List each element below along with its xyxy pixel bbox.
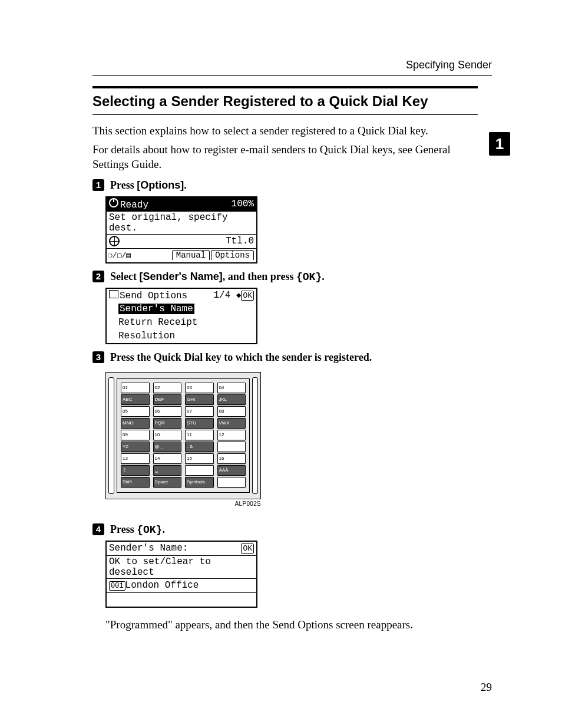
quick-dial-key[interactable]: 05 bbox=[121, 406, 150, 417]
keypad-row: YZ@._- & bbox=[121, 442, 246, 452]
ok-indicator: OK bbox=[241, 291, 254, 301]
quick-dial-key[interactable]: - & bbox=[185, 442, 214, 452]
step-4-post: . bbox=[162, 523, 165, 535]
lcd-screen-2: Send Options 1/4 ◆OK Sender's Name Retur… bbox=[105, 288, 257, 344]
lcd-screen-1: Ready 100% Set original, specify dest. T… bbox=[105, 196, 257, 263]
quick-dial-key[interactable]: 06 bbox=[153, 406, 182, 417]
quick-dial-key[interactable]: 09 bbox=[121, 430, 150, 440]
quick-dial-key[interactable]: 08 bbox=[217, 406, 246, 417]
keypad-row: 13141516 bbox=[121, 453, 246, 464]
quick-dial-key[interactable] bbox=[185, 465, 214, 476]
keypad-handle-right bbox=[252, 377, 258, 494]
lcd2-option-2[interactable]: Return Receipt bbox=[107, 316, 256, 330]
lcd2-option-1[interactable]: Sender's Name bbox=[107, 302, 256, 316]
lcd4-value: London Office bbox=[125, 580, 199, 591]
title-rule-top bbox=[92, 86, 478, 88]
quick-dial-key[interactable]: Symbols bbox=[185, 477, 214, 487]
lcd4-code: 001 bbox=[109, 581, 125, 591]
step-1: 1 Press [Options]. Ready 100% Set origin… bbox=[92, 179, 478, 263]
quick-dial-key[interactable]: 01 bbox=[121, 383, 150, 393]
step-2-text: Select [Sender's Name], and then press {… bbox=[110, 271, 325, 282]
quick-dial-key[interactable]: 12 bbox=[217, 430, 246, 440]
step-3: 3 Press the Quick Dial key to which the … bbox=[92, 351, 478, 507]
lcd1-percent: 100% bbox=[232, 199, 254, 209]
quick-dial-key[interactable] bbox=[217, 477, 246, 487]
lcd2-title-row: Send Options 1/4 ◆OK bbox=[107, 289, 256, 302]
keypad-row: ABCDEFGHIJKL bbox=[121, 394, 246, 405]
quick-dial-key[interactable]: 03 bbox=[185, 383, 214, 393]
lcd2-title: Send Options bbox=[120, 291, 187, 301]
quick-dial-key[interactable]: Space bbox=[153, 477, 182, 487]
ok-indicator: OK bbox=[241, 543, 254, 554]
tab-manual[interactable]: Manual bbox=[172, 250, 210, 260]
quick-dial-key[interactable]: ␣ bbox=[153, 465, 182, 476]
lcd4-value-row[interactable]: 001London Office bbox=[107, 578, 256, 592]
lcd4-title-row: Sender's Name: OK bbox=[107, 542, 256, 555]
lcd1-total: Ttl.0 bbox=[226, 236, 254, 246]
step-1-text: Press [Options]. bbox=[110, 179, 187, 191]
step-2: 2 Select [Sender's Name], and then press… bbox=[92, 271, 478, 344]
step-number-icon: 4 bbox=[92, 523, 104, 535]
quick-dial-key[interactable]: 13 bbox=[121, 453, 150, 464]
step-2-mid: , and then press bbox=[223, 271, 296, 282]
step-4-text: Press {OK}. bbox=[110, 523, 165, 535]
figure-id: ALP002S bbox=[105, 500, 261, 507]
quick-dial-key[interactable]: Shift bbox=[121, 477, 150, 487]
quick-dial-key[interactable]: YZ bbox=[121, 442, 150, 452]
keypad-row: MNOPQRSTUVWX bbox=[121, 418, 246, 429]
lcd4-blank-row bbox=[107, 592, 256, 607]
quick-dial-key[interactable]: 14 bbox=[153, 453, 182, 464]
lcd2-opt2-text: Return Receipt bbox=[118, 317, 197, 328]
quick-dial-key[interactable]: ÀÁÂ bbox=[217, 465, 246, 476]
power-icon bbox=[109, 198, 118, 207]
step-2-button-label: [Sender's Name] bbox=[139, 271, 222, 282]
quick-dial-key[interactable]: 15 bbox=[185, 453, 214, 464]
quick-dial-key[interactable]: 02 bbox=[153, 383, 182, 393]
keypad-figure: 01020304ABCDEFGHIJKL05060708MNOPQRSTUVWX… bbox=[105, 372, 261, 507]
quick-dial-key[interactable]: VWX bbox=[217, 418, 246, 429]
step-number-icon: 2 bbox=[92, 271, 104, 282]
lcd2-selected: Sender's Name bbox=[118, 304, 194, 314]
intro-text-1: This section explains how to select a se… bbox=[92, 123, 478, 139]
step-3-text: Press the Quick Dial key to which the se… bbox=[110, 351, 372, 363]
main-content: Selecting a Sender Registered to a Quick… bbox=[92, 86, 478, 633]
keypad-row: 09101112 bbox=[121, 430, 246, 440]
quick-dial-key[interactable] bbox=[217, 442, 246, 452]
quick-dial-key[interactable]: GHI bbox=[185, 394, 214, 405]
quick-dial-key[interactable]: MNO bbox=[121, 418, 150, 429]
step-2-post: . bbox=[322, 271, 325, 282]
quick-dial-key[interactable]: 16 bbox=[217, 453, 246, 464]
quick-dial-key[interactable]: STU bbox=[185, 418, 214, 429]
chapter-tab: 1 bbox=[489, 132, 510, 156]
keypad-handle-left bbox=[108, 377, 114, 494]
keypad-row: 05060708 bbox=[121, 406, 246, 417]
lcd2-page: 1/4 bbox=[214, 290, 231, 301]
quick-dial-key[interactable]: 04 bbox=[217, 383, 246, 393]
result-text: "Programmed" appears, and then the Send … bbox=[105, 617, 478, 633]
step-2-pre: Select bbox=[110, 271, 139, 282]
lcd1-status: Ready bbox=[120, 200, 148, 210]
lcd-screen-4: Sender's Name: OK OK to set/Clear to des… bbox=[105, 541, 257, 608]
lcd1-line2-text: Set original, specify dest. bbox=[109, 212, 254, 233]
lcd2-opt3-text: Resolution bbox=[118, 331, 175, 341]
keypad-row: 01020304 bbox=[121, 383, 246, 393]
lcd4-help-row: OK to set/Clear to deselect bbox=[107, 555, 256, 578]
quick-dial-key[interactable]: 10 bbox=[153, 430, 182, 440]
tab-options[interactable]: Options bbox=[211, 250, 254, 260]
keypad-row: ⇧␣ÀÁÂ bbox=[121, 465, 246, 476]
quick-dial-key[interactable]: 11 bbox=[185, 430, 214, 440]
keypad-grid: 01020304ABCDEFGHIJKL05060708MNOPQRSTUVWX… bbox=[117, 378, 250, 493]
step-4-key: {OK} bbox=[137, 524, 162, 536]
quick-dial-key[interactable]: DEF bbox=[153, 394, 182, 405]
lcd2-option-3[interactable]: Resolution bbox=[107, 330, 256, 343]
page-number: 29 bbox=[481, 681, 492, 694]
keypad-row: ShiftSpaceSymbols bbox=[121, 477, 246, 487]
quick-dial-key[interactable]: JKL bbox=[217, 394, 246, 405]
quick-dial-key[interactable]: PQR bbox=[153, 418, 182, 429]
header-rule bbox=[92, 75, 492, 76]
quick-dial-key[interactable]: 07 bbox=[185, 406, 214, 417]
quick-dial-key[interactable]: ⇧ bbox=[121, 465, 150, 476]
quick-dial-key[interactable]: @._ bbox=[153, 442, 182, 452]
intro-text-2: For details about how to register e-mail… bbox=[92, 142, 478, 172]
quick-dial-key[interactable]: ABC bbox=[121, 394, 150, 405]
